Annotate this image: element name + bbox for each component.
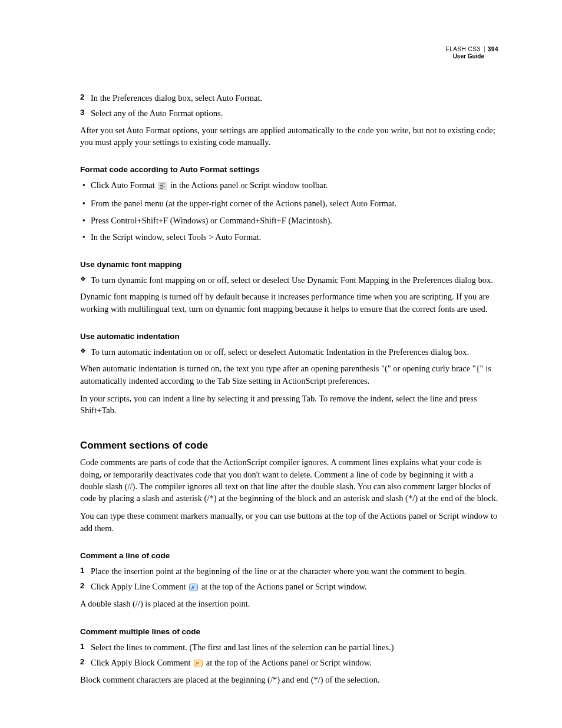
heading-dynamic-font: Use dynamic font mapping	[80, 259, 498, 271]
heading-auto-indent: Use automatic indentation	[80, 331, 498, 342]
step-number: 1	[80, 565, 91, 577]
paragraph: When automatic indentation is turned on,…	[80, 363, 498, 387]
text-run: Click Apply Block Comment	[91, 658, 193, 667]
paragraph: In your scripts, you can indent a line b…	[80, 393, 498, 417]
bullet-text: To turn automatic indentation on or off,…	[91, 346, 498, 358]
bullet-item: • From the panel menu (at the upper-righ…	[80, 197, 498, 209]
step-text: Select the lines to comment. (The first …	[91, 641, 498, 653]
page-number: 394	[484, 46, 498, 52]
heading-comment-multi: Comment multiple lines of code	[80, 627, 498, 638]
text-run: at the top of the Actions panel or Scrip…	[204, 658, 372, 667]
text-run: in the Actions panel or Script window to…	[168, 180, 328, 190]
bullet-text: To turn dynamic font mapping on or off, …	[91, 274, 498, 286]
page-header: FLASH CS3 394 User Guide	[446, 46, 498, 60]
step-text: Place the insertion point at the beginni…	[91, 565, 498, 577]
paragraph: Code comments are parts of code that the…	[80, 456, 498, 504]
step-text: In the Preferences dialog box, select Au…	[91, 92, 498, 104]
page-content: 2 In the Preferences dialog box, select …	[80, 92, 498, 686]
bullet-item: • In the Script window, select Tools > A…	[80, 231, 498, 243]
bullet-item: ❖ To turn automatic indentation on or of…	[80, 346, 498, 358]
bullet-item: ❖ To turn dynamic font mapping on or off…	[80, 274, 498, 286]
bullet-text: In the Script window, select Tools > Aut…	[91, 231, 498, 243]
step-number: 2	[80, 657, 91, 670]
step-item: 2 In the Preferences dialog box, select …	[80, 92, 498, 104]
heading-format-code: Format code according to Auto Format set…	[80, 164, 498, 176]
paragraph: A double slash (//) is placed at the ins…	[80, 598, 498, 610]
step-item: 1 Place the insertion point at the begin…	[80, 565, 498, 577]
step-text: Click Apply Line Comment // at the top o…	[91, 581, 498, 594]
step-number: 3	[80, 107, 91, 119]
bullet-marker: •	[80, 197, 91, 209]
bullet-marker: •	[80, 215, 91, 226]
bullet-text: Press Control+Shift+F (Windows) or Comma…	[91, 215, 498, 226]
text-run: Click Auto Format	[91, 180, 157, 190]
page: FLASH CS3 394 User Guide 2 In the Prefer…	[0, 0, 562, 728]
step-text: Select any of the Auto Format options.	[91, 107, 498, 119]
step-item: 2 Click Apply Block Comment /* at the to…	[80, 657, 498, 670]
guide-label: User Guide	[446, 53, 498, 60]
paragraph: Dynamic font mapping is turned off by de…	[80, 291, 498, 315]
bullet-marker: •	[80, 179, 91, 193]
block-comment-icon: /*	[194, 658, 203, 670]
diamond-marker: ❖	[80, 274, 91, 286]
step-number: 1	[80, 641, 91, 653]
bullet-text: From the panel menu (at the upper-right …	[91, 197, 498, 209]
step-number: 2	[80, 92, 91, 104]
step-item: 2 Click Apply Line Comment // at the top…	[80, 581, 498, 594]
paragraph: After you set Auto Format options, your …	[80, 124, 498, 149]
heading-comment-sections: Comment sections of code	[80, 439, 498, 453]
bullet-item: • Click Auto Format in the Actions panel…	[80, 179, 498, 193]
heading-comment-line: Comment a line of code	[80, 551, 498, 562]
paragraph: You can type these comment markers manua…	[80, 510, 498, 534]
bullet-marker: •	[80, 231, 91, 243]
bullet-text: Click Auto Format in the Actions panel o…	[91, 179, 498, 193]
product-name: FLASH CS3	[446, 46, 481, 52]
step-item: 1 Select the lines to comment. (The firs…	[80, 641, 498, 653]
step-item: 3 Select any of the Auto Format options.	[80, 107, 498, 119]
step-number: 2	[80, 581, 91, 594]
paragraph: Block comment characters are placed at t…	[80, 674, 498, 686]
text-run: Click Apply Line Comment	[91, 582, 188, 591]
line-comment-icon: //	[189, 582, 198, 594]
diamond-marker: ❖	[80, 346, 91, 358]
auto-format-icon	[158, 181, 167, 193]
text-run: at the top of the Actions panel or Scrip…	[199, 582, 367, 591]
svg-rect-0	[158, 182, 167, 190]
svg-text:/*: /*	[195, 660, 199, 666]
bullet-item: • Press Control+Shift+F (Windows) or Com…	[80, 215, 498, 226]
step-text: Click Apply Block Comment /* at the top …	[91, 657, 498, 670]
